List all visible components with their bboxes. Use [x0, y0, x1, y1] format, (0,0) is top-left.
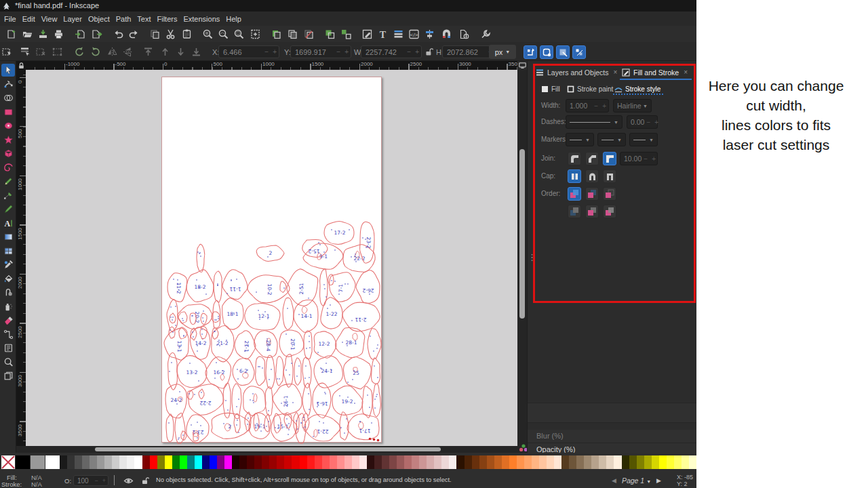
palette-swatch[interactable]	[667, 455, 674, 469]
palette-swatch[interactable]	[254, 455, 262, 469]
lower-button[interactable]	[174, 45, 186, 58]
palette-swatch[interactable]	[172, 455, 180, 469]
pattern-piece[interactable]	[166, 414, 174, 442]
palette-swatch[interactable]	[322, 455, 330, 469]
marker-mid-dropdown[interactable]: ▼	[597, 133, 626, 146]
palette-swatch[interactable]	[337, 455, 344, 469]
palette-swatch[interactable]	[127, 455, 134, 469]
tab-close-button[interactable]: ×	[682, 68, 688, 76]
palette-swatch[interactable]	[524, 455, 532, 469]
pattern-piece[interactable]	[276, 357, 283, 386]
flip-vertical-button[interactable]	[121, 45, 134, 58]
measure-tool[interactable]	[1, 342, 15, 354]
raise-button[interactable]	[159, 45, 171, 58]
cut-button[interactable]	[164, 28, 176, 40]
palette-swatch[interactable]	[367, 455, 374, 469]
pattern-piece[interactable]	[328, 274, 334, 285]
order-markers-fill-stroke-button[interactable]	[603, 187, 616, 201]
snap-controls-button[interactable]	[440, 28, 452, 40]
menu-item-text[interactable]: Text	[137, 15, 151, 23]
xml-editor-button[interactable]: </>	[408, 28, 420, 40]
join-miter-button[interactable]	[568, 152, 581, 165]
marker-start-dropdown[interactable]: ▼	[566, 133, 594, 146]
layers-dialog-button[interactable]	[392, 28, 404, 40]
palette-swatch[interactable]	[67, 455, 75, 469]
lower-to-bottom-button[interactable]	[190, 45, 202, 58]
palette-swatch[interactable]	[494, 455, 502, 469]
horizontal-scrollbar[interactable]	[16, 446, 527, 453]
palette-swatch[interactable]	[90, 455, 97, 469]
dash-offset-increment-button[interactable]: +	[652, 119, 660, 126]
palette-swatch[interactable]	[441, 455, 449, 469]
palette-swatch[interactable]	[217, 455, 224, 469]
palette-swatch[interactable]	[104, 455, 112, 469]
palette-swatch[interactable]	[202, 455, 210, 469]
canvas[interactable]: 23-1219-115-122-117-124-22-2226-116-119-…	[26, 70, 517, 446]
join-bevel-button[interactable]	[603, 152, 616, 165]
rectangle-tool[interactable]	[1, 106, 15, 119]
scale-gradient-toggle[interactable]	[556, 45, 570, 59]
palette-swatch[interactable]	[404, 455, 412, 469]
pattern-piece[interactable]	[313, 383, 331, 418]
ungroup-button[interactable]	[340, 28, 352, 40]
vertical-scrollbar-thumb[interactable]	[519, 149, 525, 319]
width-increment-button[interactable]: +	[600, 102, 608, 110]
vertical-scrollbar[interactable]	[517, 70, 527, 446]
palette-swatch[interactable]	[157, 455, 165, 469]
copy-button[interactable]	[149, 28, 161, 40]
palette-swatch[interactable]	[389, 455, 397, 469]
stroke-width-unit-dropdown[interactable]: Hairline ▼	[613, 99, 652, 113]
miter-limit-field[interactable]: 10.00 − +	[620, 152, 658, 165]
palette-swatch[interactable]	[434, 455, 441, 469]
pattern-piece[interactable]	[189, 384, 224, 415]
palette-swatch[interactable]	[502, 455, 509, 469]
palette-swatch[interactable]	[569, 455, 576, 469]
palette-swatch[interactable]	[82, 455, 90, 469]
deselect-button[interactable]	[35, 45, 47, 58]
stroke-width-field[interactable]: 1.000 − +	[566, 99, 609, 113]
zoom-to-page-button[interactable]	[233, 28, 245, 40]
palette-swatch[interactable]	[689, 455, 696, 469]
flip-horizontal-button[interactable]	[106, 45, 118, 58]
palette-swatch[interactable]	[315, 455, 322, 469]
save-document-button[interactable]	[37, 28, 49, 40]
pattern-piece[interactable]	[234, 413, 240, 432]
palette-swatch[interactable]	[224, 455, 232, 469]
x-increment-button[interactable]: +	[271, 48, 279, 56]
pattern-piece[interactable]	[304, 415, 340, 441]
ruler-corner[interactable]	[16, 61, 26, 70]
menu-item-help[interactable]: Help	[226, 15, 241, 23]
pattern-piece[interactable]	[201, 313, 207, 324]
pattern-piece[interactable]	[265, 387, 273, 416]
selection-frame-button[interactable]	[51, 45, 63, 58]
palette-swatch[interactable]	[112, 455, 119, 469]
order-stroke-fill-markers-button[interactable]	[585, 187, 599, 201]
miter-decrement-button[interactable]: −	[642, 155, 650, 163]
blur-row[interactable]: Blur (%)	[528, 430, 696, 443]
menu-item-object[interactable]: Object	[88, 15, 110, 23]
select-all-button[interactable]	[1, 45, 13, 58]
subtab-stroke-paint[interactable]: Stroke paint	[567, 83, 613, 95]
palette-swatch[interactable]	[150, 455, 157, 469]
opacity-decrement-button[interactable]: −	[92, 477, 100, 484]
calligraphy-tool[interactable]	[1, 203, 15, 216]
connector-tool[interactable]	[1, 328, 15, 341]
marker-end-dropdown[interactable]: ▼	[629, 133, 658, 146]
dash-offset-decrement-button[interactable]: −	[644, 119, 652, 126]
menu-item-edit[interactable]: Edit	[22, 15, 35, 23]
join-round-button[interactable]	[585, 152, 599, 165]
preferences-button[interactable]	[479, 28, 492, 40]
palette-swatch[interactable]	[134, 455, 142, 469]
pattern-piece[interactable]	[368, 329, 381, 360]
dash-offset-field[interactable]: 0.00 − +	[627, 115, 658, 129]
palette-swatch[interactable]	[277, 455, 284, 469]
star-tool[interactable]	[1, 134, 15, 146]
pattern-piece[interactable]	[280, 281, 286, 292]
palette-swatch[interactable]	[352, 455, 359, 469]
pattern-piece[interactable]	[200, 326, 207, 339]
palette-swatch[interactable]	[644, 455, 652, 469]
opacity-increment-button[interactable]: +	[100, 477, 108, 484]
create-clone-button[interactable]	[286, 28, 298, 40]
bezier-pen-tool[interactable]	[1, 189, 15, 202]
palette-swatch[interactable]	[652, 455, 659, 469]
